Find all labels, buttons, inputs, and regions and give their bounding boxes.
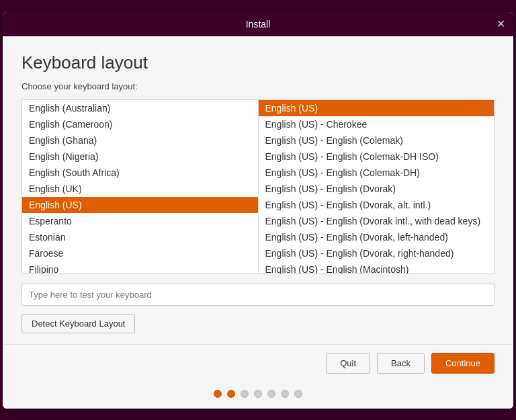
titlebar: Install ✕ bbox=[3, 12, 513, 36]
page-title: Keyboard layout bbox=[22, 52, 494, 73]
list-item[interactable]: English (US) - English (Dvorak intl., wi… bbox=[259, 213, 494, 229]
main-content: Keyboard layout Choose your keyboard lay… bbox=[3, 36, 513, 344]
language-list[interactable]: English (Australian)English (Cameroon)En… bbox=[22, 100, 259, 274]
list-item[interactable]: Faroese bbox=[22, 245, 258, 261]
page-subtitle: Choose your keyboard layout: bbox=[22, 81, 494, 91]
list-item[interactable]: English (US) bbox=[22, 197, 258, 213]
keyboard-lists: English (Australian)English (Cameroon)En… bbox=[22, 99, 494, 274]
list-item[interactable]: English (South Africa) bbox=[22, 165, 258, 181]
list-item[interactable]: English (US) - English (Macintosh) bbox=[259, 261, 494, 274]
list-item[interactable]: English (US) - English (Colemak-DH ISO) bbox=[259, 149, 494, 165]
layout-variant-list[interactable]: English (US)English (US) - CherokeeEngli… bbox=[259, 100, 494, 274]
install-window: Install ✕ Keyboard layout Choose your ke… bbox=[3, 12, 513, 409]
list-item[interactable]: English (US) - English (Colemak-DH) bbox=[259, 165, 494, 181]
progress-dot-2 bbox=[227, 390, 235, 398]
list-item[interactable]: English (US) - English (Dvorak) bbox=[259, 181, 494, 197]
list-item[interactable]: English (US) - Cherokee bbox=[259, 116, 494, 132]
progress-dots bbox=[3, 383, 513, 409]
list-item[interactable]: English (Ghana) bbox=[22, 132, 258, 149]
list-item[interactable]: English (US) - English (Colemak) bbox=[259, 132, 494, 149]
quit-button[interactable]: Quit bbox=[326, 353, 370, 374]
progress-dot-1 bbox=[214, 390, 222, 398]
progress-dot-7 bbox=[294, 390, 302, 398]
progress-dot-5 bbox=[267, 390, 275, 398]
detect-keyboard-button[interactable]: Detect Keyboard Layout bbox=[22, 314, 135, 333]
progress-dot-3 bbox=[241, 390, 249, 398]
list-item[interactable]: English (Nigeria) bbox=[22, 149, 258, 165]
list-item[interactable]: Esperanto bbox=[22, 213, 258, 229]
list-item[interactable]: English (Cameroon) bbox=[22, 116, 258, 132]
list-item[interactable]: English (UK) bbox=[22, 181, 258, 197]
list-item[interactable]: English (Australian) bbox=[22, 100, 258, 116]
close-button[interactable]: ✕ bbox=[494, 18, 507, 30]
list-item[interactable]: English (US) - English (Dvorak, alt. int… bbox=[259, 197, 494, 213]
list-item[interactable]: English (US) bbox=[259, 100, 494, 116]
keyboard-test-input[interactable] bbox=[22, 284, 494, 306]
bottom-navigation: Quit Back Continue bbox=[3, 344, 513, 383]
back-button[interactable]: Back bbox=[377, 353, 425, 374]
list-item[interactable]: English (US) - English (Dvorak, left-han… bbox=[259, 229, 494, 245]
list-item[interactable]: Filipino bbox=[22, 261, 258, 274]
progress-dot-4 bbox=[254, 390, 262, 398]
window-title: Install bbox=[246, 19, 271, 30]
progress-dot-6 bbox=[281, 390, 289, 398]
list-item[interactable]: English (US) - English (Dvorak, right-ha… bbox=[259, 245, 494, 261]
list-item[interactable]: Estonian bbox=[22, 229, 258, 245]
continue-button[interactable]: Continue bbox=[431, 353, 494, 374]
